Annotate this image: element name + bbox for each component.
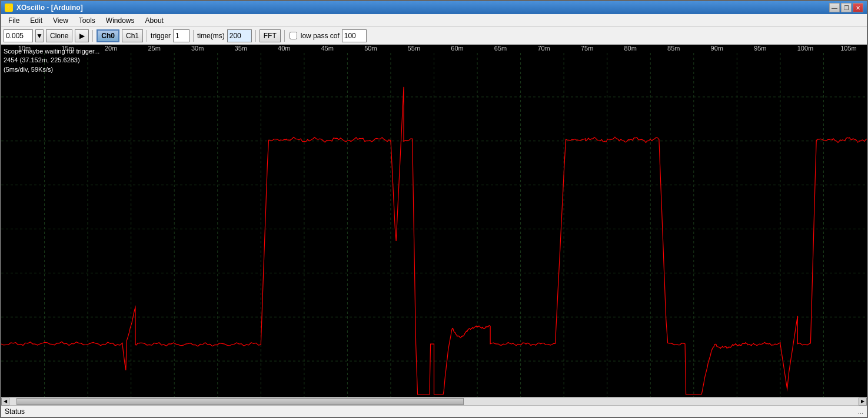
- menu-view[interactable]: View: [48, 15, 73, 26]
- low-pass-label: low pass cof: [301, 32, 340, 40]
- separator-2: [147, 30, 147, 42]
- time-ms-input[interactable]: [227, 29, 252, 42]
- separator-4: [255, 30, 256, 42]
- menu-windows[interactable]: Windows: [101, 15, 139, 26]
- separator-5: [284, 30, 285, 42]
- trigger-label: trigger: [151, 32, 171, 40]
- toolbar: ▼ Clone ▶ Ch0 Ch1 trigger time(ms) FFT l…: [1, 27, 867, 45]
- scale-dropdown[interactable]: ▼: [35, 29, 44, 42]
- horizontal-scrollbar[interactable]: [1, 397, 867, 406]
- status-bar: Status ...: [1, 405, 867, 417]
- scrollbar-area: ◀ ▶: [1, 397, 867, 405]
- fft-button[interactable]: FFT: [260, 29, 281, 42]
- clone-button[interactable]: Clone: [46, 29, 72, 42]
- ch1-button[interactable]: Ch1: [122, 29, 143, 42]
- time-ms-label: time(ms): [197, 32, 225, 40]
- low-pass-checkbox[interactable]: [290, 32, 297, 39]
- scroll-right-button[interactable]: ▶: [859, 397, 867, 406]
- trigger-input[interactable]: [173, 29, 189, 42]
- window-title: XOscillo - [Arduino]: [16, 4, 83, 12]
- separator-1: [92, 30, 93, 42]
- scope-area[interactable]: Scope maybe waiting for trigger... 2454 …: [1, 45, 867, 397]
- title-controls: — ❐ ✕: [829, 3, 863, 12]
- app-icon: ⚡: [5, 4, 13, 12]
- title-bar: ⚡ XOscillo - [Arduino] — ❐ ✕: [1, 1, 867, 14]
- close-button[interactable]: ✕: [853, 3, 863, 12]
- minimize-button[interactable]: —: [829, 3, 840, 12]
- menu-edit[interactable]: Edit: [25, 15, 47, 26]
- menu-about[interactable]: About: [141, 15, 168, 26]
- title-bar-left: ⚡ XOscillo - [Arduino]: [5, 4, 83, 12]
- menu-tools[interactable]: Tools: [74, 15, 100, 26]
- ch0-button[interactable]: Ch0: [97, 29, 119, 42]
- low-pass-input[interactable]: [342, 29, 367, 42]
- menu-bar: File Edit View Tools Windows About: [1, 14, 867, 27]
- status-right: ...: [858, 408, 863, 415]
- separator-3: [193, 30, 194, 42]
- restore-button[interactable]: ❐: [841, 3, 852, 12]
- signal-canvas: [1, 45, 867, 397]
- scrollbar-thumb[interactable]: [16, 398, 464, 405]
- play-button[interactable]: ▶: [75, 29, 89, 42]
- main-window: ⚡ XOscillo - [Arduino] — ❐ ✕ File Edit V…: [0, 0, 868, 418]
- status-text: Status: [5, 407, 25, 416]
- scale-input[interactable]: [4, 29, 33, 42]
- menu-file[interactable]: File: [4, 15, 24, 26]
- scroll-left-button[interactable]: ◀: [1, 397, 9, 406]
